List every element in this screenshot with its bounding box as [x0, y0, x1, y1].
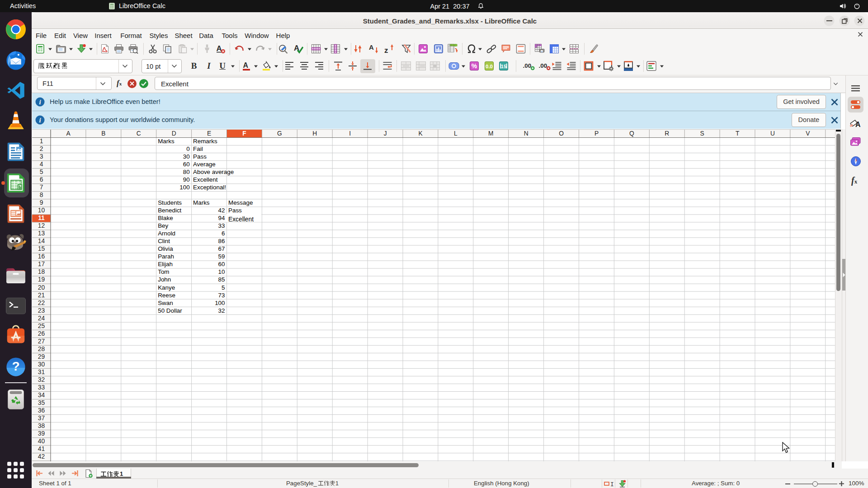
svg-text:33: 33	[38, 384, 45, 391]
svg-text:10: 10	[218, 268, 225, 275]
svg-text:S: S	[700, 130, 704, 137]
svg-text:73: 73	[218, 292, 225, 299]
svg-text:6: 6	[40, 176, 43, 183]
svg-text:30: 30	[183, 153, 190, 160]
svg-text:T: T	[736, 130, 740, 137]
svg-text:11: 11	[38, 215, 45, 221]
svg-text:5: 5	[222, 284, 225, 291]
svg-text:42: 42	[218, 207, 225, 214]
svg-text:36: 36	[38, 407, 45, 414]
svg-text:5: 5	[40, 169, 43, 175]
svg-text:.00: .00	[523, 62, 532, 69]
svg-text:Benedict: Benedict	[158, 207, 181, 214]
svg-text:1: 1	[40, 138, 43, 145]
svg-text:Elijah: Elijah	[158, 261, 173, 267]
svg-text:94: 94	[218, 215, 225, 221]
svg-text:15: 15	[38, 245, 45, 252]
svg-text:9: 9	[40, 199, 43, 206]
svg-text:8: 8	[40, 192, 43, 198]
svg-text:P: P	[594, 130, 599, 137]
svg-text:Kanye: Kanye	[158, 284, 175, 291]
svg-text:Clint: Clint	[158, 238, 170, 244]
svg-text:24: 24	[38, 315, 45, 322]
svg-text:23: 23	[38, 307, 45, 314]
svg-text:60: 60	[218, 261, 225, 267]
svg-text:Q: Q	[629, 130, 634, 137]
svg-text:Fail: Fail	[193, 145, 203, 152]
svg-text:35: 35	[38, 399, 45, 406]
svg-text:6: 6	[222, 230, 225, 237]
svg-text:34: 34	[38, 392, 45, 399]
svg-text:Excellent: Excellent	[228, 216, 254, 223]
svg-text:.00: .00	[539, 62, 547, 69]
svg-text:O: O	[559, 130, 564, 137]
svg-text:0.0: 0.0	[486, 64, 493, 69]
svg-text:30: 30	[38, 361, 45, 368]
svg-text:A: A	[243, 61, 249, 69]
svg-text:25: 25	[38, 323, 45, 329]
svg-text:R: R	[665, 130, 669, 137]
svg-text:86: 86	[218, 238, 225, 244]
svg-text:Pass: Pass	[193, 153, 207, 160]
svg-text:14: 14	[38, 238, 45, 244]
svg-text:A: A	[855, 121, 861, 128]
svg-text:I: I	[610, 481, 614, 487]
svg-text:Remarks: Remarks	[193, 138, 217, 145]
svg-text:32: 32	[38, 376, 45, 383]
svg-text:A: A	[217, 44, 222, 53]
svg-text:Message: Message	[228, 199, 253, 206]
svg-text:Exceptional!: Exceptional!	[193, 184, 226, 191]
svg-text:G: G	[277, 130, 282, 137]
svg-text:Swan: Swan	[158, 300, 173, 306]
svg-text:V: V	[806, 130, 810, 137]
svg-text:12: 12	[38, 222, 45, 229]
svg-text:Blake: Blake	[158, 215, 173, 221]
svg-text:%: %	[472, 62, 477, 70]
svg-text:Students: Students	[158, 199, 182, 206]
svg-text:10: 10	[38, 207, 45, 214]
svg-text:Arnold: Arnold	[158, 230, 175, 237]
svg-text:Average: Average	[193, 161, 216, 168]
svg-text:15: 15	[501, 64, 507, 69]
svg-text:39: 39	[38, 430, 45, 437]
svg-text:80: 80	[183, 169, 190, 175]
svg-text:U: U	[770, 130, 775, 137]
svg-text:90: 90	[183, 176, 190, 183]
svg-text:C: C	[137, 130, 141, 137]
svg-text:19: 19	[38, 276, 45, 283]
svg-text:29: 29	[38, 353, 45, 360]
svg-text:J: J	[384, 130, 387, 137]
svg-text:Olivia: Olivia	[158, 245, 173, 252]
svg-text:16: 16	[38, 253, 45, 260]
svg-text:H: H	[312, 130, 317, 137]
svg-text:21: 21	[38, 292, 45, 299]
svg-text:Tom: Tom	[158, 268, 169, 275]
svg-text:John: John	[158, 276, 171, 283]
svg-text:59: 59	[218, 253, 225, 260]
svg-text:Bey: Bey	[158, 222, 168, 229]
svg-text:18: 18	[38, 268, 45, 275]
svg-text:Marks: Marks	[158, 138, 175, 145]
svg-text:27: 27	[38, 338, 45, 345]
svg-text:2: 2	[40, 145, 43, 152]
svg-text:60: 60	[183, 161, 190, 168]
svg-text:41: 41	[38, 446, 45, 452]
svg-text:F: F	[242, 130, 246, 137]
svg-text:40: 40	[38, 438, 45, 445]
svg-text:22: 22	[38, 300, 45, 306]
svg-text:33: 33	[218, 222, 225, 229]
svg-text:32: 32	[218, 307, 225, 314]
svg-text:Excellent: Excellent	[193, 176, 218, 183]
svg-text:?: ?	[12, 359, 19, 373]
svg-text:50 Dollar: 50 Dollar	[158, 307, 182, 314]
svg-text:Marks: Marks	[193, 199, 210, 206]
svg-text:z: z	[384, 46, 388, 54]
svg-text:13: 13	[38, 230, 45, 237]
svg-text:100: 100	[179, 184, 189, 191]
svg-text:Pass: Pass	[228, 207, 242, 214]
svg-text:Parah: Parah	[158, 253, 174, 260]
svg-text:N: N	[524, 130, 528, 137]
svg-text:E: E	[207, 130, 211, 137]
svg-text:28: 28	[38, 346, 45, 352]
svg-text:7: 7	[40, 184, 43, 191]
